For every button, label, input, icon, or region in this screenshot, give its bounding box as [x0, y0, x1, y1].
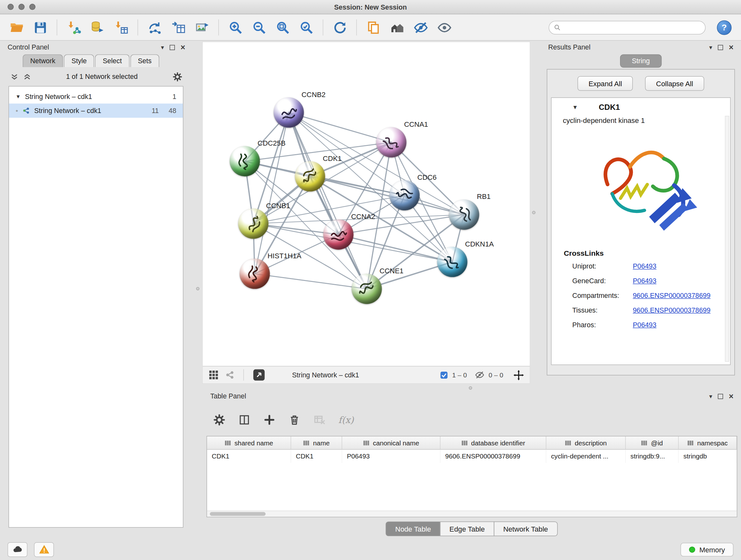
network-to-table-button[interactable] [168, 17, 188, 37]
selected-checkbox-icon[interactable] [440, 371, 448, 379]
cloud-button[interactable] [8, 542, 27, 557]
disclosure-triangle-icon[interactable]: ▼ [572, 104, 578, 111]
splitter-handle[interactable] [469, 386, 472, 389]
column-header[interactable]: description [546, 436, 626, 449]
network-collection-row[interactable]: ▼ String Network – cdk1 1 [9, 89, 183, 104]
gene-card-header[interactable]: ▼ CDK1 [551, 98, 730, 113]
cell-canonical-name[interactable]: P06493 [342, 449, 441, 462]
column-header[interactable]: name [291, 436, 342, 449]
crosslink-link[interactable]: 9606.ENSP00000378699 [633, 292, 711, 299]
expand-all-icon[interactable] [23, 72, 31, 80]
cell-name[interactable]: CDK1 [291, 449, 342, 462]
cell-description[interactable]: cyclin-dependent ... [546, 449, 626, 462]
column-header[interactable]: shared name [207, 436, 291, 449]
search-input[interactable] [564, 23, 700, 31]
memory-button[interactable]: Memory [680, 543, 733, 556]
import-network-file-button[interactable] [64, 17, 84, 37]
hidden-eye-slash-icon[interactable] [475, 370, 484, 380]
column-header[interactable]: canonical name [342, 436, 441, 449]
column-header[interactable]: @id [626, 436, 679, 449]
network-node-RB1[interactable] [449, 199, 479, 230]
panel-menu-icon[interactable]: ▾ [161, 44, 164, 50]
panel-close-icon[interactable]: × [729, 44, 734, 51]
network-node-CCNE1[interactable] [352, 273, 382, 304]
tab-network[interactable]: Network [23, 54, 63, 67]
delete-column-icon[interactable] [288, 414, 300, 426]
panel-float-icon[interactable] [718, 394, 723, 399]
network-node-HIST1H1A[interactable] [240, 259, 270, 289]
duplicate-document-button[interactable] [363, 17, 383, 37]
cell-database-identifier[interactable]: 9606.ENSP00000378699 [441, 449, 546, 462]
network-row-selected[interactable]: ● String Network – cdk1 11 48 [9, 104, 183, 118]
function-builder-button[interactable]: f(x) [338, 415, 354, 425]
select-columns-icon[interactable] [238, 414, 251, 426]
column-header[interactable]: namespac [679, 436, 737, 449]
panel-float-icon[interactable] [170, 45, 175, 50]
panel-menu-icon[interactable]: ▾ [709, 393, 712, 399]
open-in-window-icon[interactable] [253, 369, 265, 381]
expand-all-button[interactable]: Expand All [578, 76, 633, 91]
zoom-selected-button[interactable] [296, 17, 316, 37]
help-button[interactable]: ? [717, 20, 732, 35]
cell-namespace[interactable]: stringdb [679, 449, 737, 462]
network-overview-icon[interactable] [225, 370, 234, 380]
disclosure-triangle-icon[interactable]: ▼ [16, 94, 21, 99]
grid-view-icon[interactable] [208, 370, 219, 380]
results-scrollbar[interactable] [725, 116, 729, 362]
network-edge-CCNB2-CCNE1[interactable] [289, 112, 367, 289]
cell-id[interactable]: stringdb:9... [626, 449, 679, 462]
import-network-database-button[interactable] [87, 17, 107, 37]
refresh-view-button[interactable] [330, 17, 350, 37]
zoom-in-button[interactable] [225, 17, 245, 37]
hide-selected-button[interactable] [411, 17, 430, 37]
scrollbar-thumb[interactable] [210, 512, 266, 516]
panel-close-icon[interactable]: × [729, 392, 734, 400]
tab-edge-table[interactable]: Edge Table [440, 521, 494, 536]
crosslink-link[interactable]: 9606.ENSP00000378699 [633, 306, 711, 314]
network-node-CCNB2[interactable] [273, 98, 304, 128]
tab-select[interactable]: Select [95, 54, 129, 67]
network-node-CDKN1A[interactable] [437, 247, 468, 277]
window-minimize-button[interactable] [18, 4, 24, 10]
panel-float-icon[interactable] [718, 45, 723, 50]
tab-network-table[interactable]: Network Table [494, 521, 557, 536]
network-node-CCNB1[interactable] [238, 208, 268, 239]
splitter-handle[interactable] [196, 287, 199, 290]
table-gear-icon[interactable] [213, 414, 226, 426]
column-header[interactable]: database identifier [441, 436, 546, 449]
gear-icon[interactable] [173, 71, 183, 81]
network-node-CDC25B[interactable] [230, 146, 260, 177]
tab-sets[interactable]: Sets [130, 54, 159, 67]
tab-string[interactable]: String [620, 54, 662, 67]
export-image-button[interactable] [192, 17, 212, 37]
show-graphics-button[interactable] [434, 17, 454, 37]
crosslink-link[interactable]: P06493 [633, 321, 657, 328]
network-edge-HIST1H1A-CCNE1[interactable] [255, 273, 367, 289]
panel-menu-icon[interactable]: ▾ [709, 44, 712, 50]
network-canvas[interactable]: CCNB2CCNA1CDC25BCDK1CDC6RB1CCNB1CCNA2CDK… [203, 42, 530, 366]
clone-network-button[interactable] [145, 17, 164, 37]
network-edge-CCNB2-HIST1H1A[interactable] [255, 112, 289, 273]
window-close-button[interactable] [8, 4, 14, 10]
window-zoom-button[interactable] [29, 4, 36, 10]
tab-style[interactable]: Style [64, 54, 94, 67]
network-node-CDK1[interactable] [295, 161, 325, 192]
warnings-button[interactable] [34, 542, 54, 557]
panel-close-icon[interactable]: × [181, 44, 185, 51]
collapse-all-button[interactable]: Collapse All [645, 76, 704, 91]
save-session-button[interactable] [30, 17, 50, 37]
table-horizontal-scrollbar[interactable] [207, 510, 737, 516]
zoom-fit-button[interactable] [273, 17, 292, 37]
home-view-button[interactable] [387, 17, 407, 37]
zoom-out-button[interactable] [249, 17, 269, 37]
network-node-CDC6[interactable] [389, 180, 420, 210]
crosslink-link[interactable]: P06493 [633, 262, 657, 270]
table-row[interactable]: CDK1 CDK1 P06493 9606.ENSP00000378699 cy… [207, 449, 737, 462]
network-node-CCNA2[interactable] [323, 219, 354, 250]
tab-node-table[interactable]: Node Table [386, 521, 441, 536]
splitter-handle[interactable] [532, 211, 535, 214]
collapse-all-icon[interactable] [10, 72, 18, 80]
open-session-button[interactable] [7, 17, 26, 37]
import-table-file-button[interactable] [111, 17, 131, 37]
crosslink-link[interactable]: P06493 [633, 277, 657, 285]
